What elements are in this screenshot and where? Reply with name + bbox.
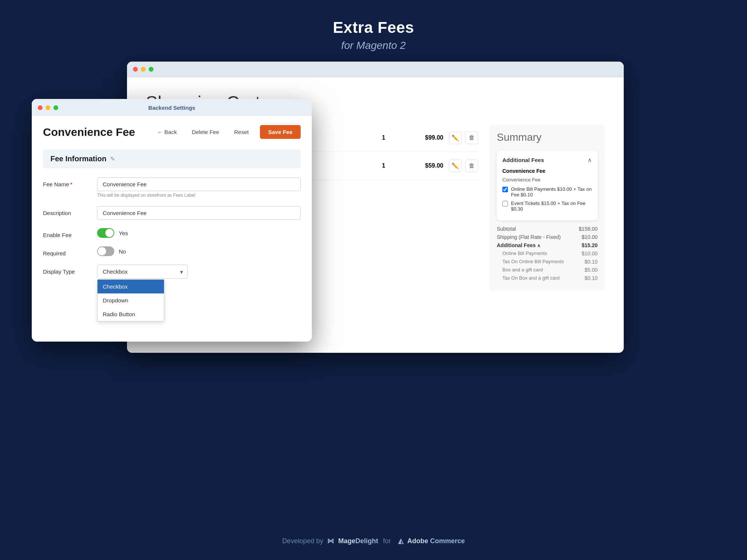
page-footer: Developed by ⋈ MageDelight for ◭ Adobe C… (0, 537, 747, 545)
edit-section-icon[interactable]: ✎ (110, 155, 115, 162)
backend-body: Convenience Fee ← Back Delete Fee Reset … (32, 116, 312, 296)
display-type-dropdown: Checkbox Dropdown Radio Button (97, 279, 164, 321)
summary-line-tax-gift-card: Tax On Box and a gift card $0.10 (497, 275, 598, 281)
delete-icon[interactable]: 🗑 (465, 159, 478, 172)
required-star: * (70, 181, 72, 187)
summary-line-additional-fees: Additional Fees ∧ $15.20 (497, 242, 598, 248)
adobe-logo-icon: ◭ (398, 537, 403, 545)
back-button[interactable]: ← Back (154, 127, 181, 137)
tax-gift-card-amount: $0.10 (585, 275, 598, 281)
display-type-label: Display Type (43, 265, 97, 275)
enable-fee-status: Yes (119, 230, 128, 236)
enable-fee-content: Yes (97, 228, 301, 238)
required-toggle-row: No (97, 246, 301, 256)
subtotal-label: Subtotal (497, 226, 579, 232)
shipping-amount: $10.00 (582, 234, 598, 240)
enable-fee-toggle[interactable] (97, 228, 114, 238)
fee-name-field: Fee Name* This will be displayed on stor… (43, 177, 301, 198)
description-label: Description (43, 206, 97, 216)
browser-titlebar (127, 62, 624, 77)
magedelight-brand: MageDelight (338, 537, 378, 545)
backend-traffic-lights (38, 105, 58, 110)
edit-icon[interactable]: ✏️ (449, 159, 462, 172)
online-bill-amount: $10.00 (582, 251, 598, 256)
cart-subtotal: $99.00 (399, 134, 443, 141)
display-type-input[interactable] (97, 265, 187, 279)
fee-option-label-1: Online Bill Payments $10.00 + Tax on Fee… (511, 186, 592, 197)
required-toggle-knob (98, 247, 106, 255)
description-content (97, 206, 301, 220)
page-title: Extra Fees (0, 19, 747, 37)
backend-titlebar: Backend Settings (32, 99, 312, 116)
backend-minimize-button[interactable] (46, 105, 50, 110)
cart-qty: 1 (369, 162, 399, 169)
cart-subtotal: $59.00 (399, 162, 443, 169)
cart-actions: ✏️ 🗑 (449, 159, 478, 172)
additional-fees-card: Additional Fees ∧ Convenience Fee Conven… (497, 151, 598, 220)
gift-card-amount: $5.00 (585, 267, 598, 273)
required-status: No (119, 248, 126, 255)
summary-line-items: Subtotal $158.00 Shipping (Flat Rate - F… (497, 226, 598, 281)
enable-fee-field: Enable Fee Yes (43, 228, 301, 238)
display-type-field: Display Type ▾ Checkbox Dropdown Radio B… (43, 265, 301, 279)
footer-text: Developed by (282, 537, 323, 545)
traffic-lights (133, 67, 154, 72)
save-fee-button[interactable]: Save Fee (260, 125, 301, 139)
dropdown-item-dropdown[interactable]: Dropdown (97, 293, 164, 307)
required-field: Required No (43, 246, 301, 256)
maximize-button[interactable] (149, 67, 154, 72)
magedelight-logo-icon: ⋈ (327, 537, 334, 545)
cart-qty: 1 (369, 134, 399, 141)
backend-close-button[interactable] (38, 105, 43, 110)
summary-panel: Summary Additional Fees ∧ Convenience Fe… (489, 124, 605, 291)
fee-name-hint: This will be displayed on storefront as … (97, 193, 301, 198)
fee-checkbox-1[interactable] (502, 187, 508, 192)
dropdown-item-checkbox[interactable]: Checkbox (97, 280, 164, 293)
online-bill-label: Online Bill Payments (502, 251, 582, 256)
edit-icon[interactable]: ✏️ (449, 131, 462, 144)
backend-toolbar: Convenience Fee ← Back Delete Fee Reset … (43, 125, 301, 139)
description-field: Description (43, 206, 301, 220)
toggle-row: Yes (97, 228, 301, 238)
close-button[interactable] (133, 67, 138, 72)
reset-button[interactable]: Reset (230, 127, 252, 137)
convenience-fee-desc: Convenience Fee (502, 177, 592, 183)
chevron-up-icon[interactable]: ∧ (588, 156, 592, 164)
summary-line-shipping: Shipping (Flat Rate - Fixed) $10.00 (497, 234, 598, 240)
dropdown-item-radio[interactable]: Radio Button (97, 307, 164, 321)
fee-name-label: Fee Name* (43, 177, 97, 187)
convenience-fee-title: Convenience Fee (502, 168, 592, 174)
display-type-content: ▾ Checkbox Dropdown Radio Button (97, 265, 301, 279)
summary-line-subtotal: Subtotal $158.00 (497, 226, 598, 232)
required-content: No (97, 246, 301, 256)
fee-information-section: Fee Information ✎ (43, 149, 301, 168)
delete-icon[interactable]: 🗑 (465, 131, 478, 144)
backend-window: Backend Settings Convenience Fee ← Back … (32, 99, 312, 342)
tax-online-bill-label: Tax On Online Bill Payments (502, 259, 585, 265)
additional-fees-label: Additional Fees ∧ (497, 242, 582, 248)
adobe-commerce-brand: Adobe Commerce (407, 537, 465, 545)
page-header: Extra Fees for Magento 2 (0, 0, 747, 63)
fee-name-content: This will be displayed on storefront as … (97, 177, 301, 198)
delete-fee-button[interactable]: Delete Fee (188, 127, 223, 137)
minimize-button[interactable] (141, 67, 146, 72)
summary-line-gift-card: Box and a gift card $5.00 (497, 267, 598, 273)
fees-title-row: Additional Fees ∧ (502, 156, 592, 164)
fee-checkbox-2[interactable] (502, 201, 508, 206)
description-input[interactable] (97, 206, 301, 220)
tax-online-bill-amount: $0.10 (585, 259, 598, 265)
enable-fee-label: Enable Fee (43, 228, 97, 238)
required-toggle[interactable] (97, 246, 114, 256)
tax-gift-card-label: Tax On Box and a gift card (502, 275, 585, 281)
fee-option-label-2: Event Tickets $15.00 + Tax on Fee $0.30 (511, 200, 592, 212)
subtotal-amount: $158.00 (579, 226, 598, 232)
page-subtitle: for Magento 2 (0, 40, 747, 52)
shipping-label: Shipping (Flat Rate - Fixed) (497, 234, 582, 240)
summary-title: Summary (497, 131, 598, 143)
gift-card-label: Box and a gift card (502, 267, 585, 273)
fee-name-input[interactable] (97, 177, 301, 191)
toggle-knob (105, 229, 114, 237)
additional-fees-title: Additional Fees (502, 157, 544, 163)
backend-window-title: Backend Settings (148, 105, 195, 111)
backend-maximize-button[interactable] (53, 105, 58, 110)
